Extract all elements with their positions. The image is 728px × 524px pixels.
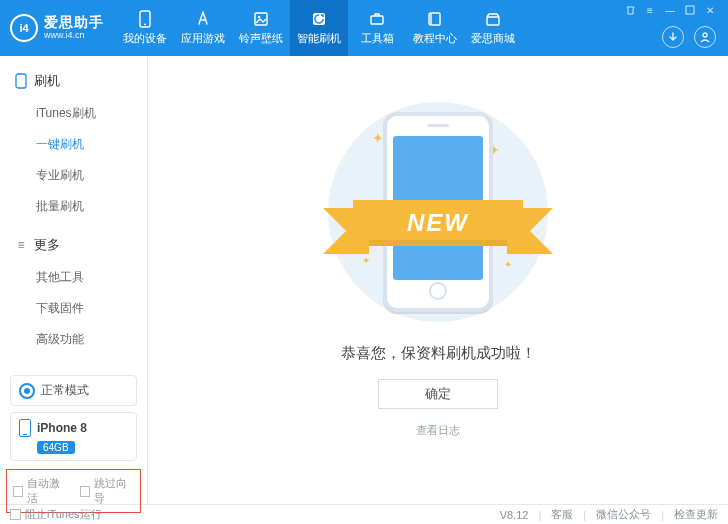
- status-right: V8.12 | 客服 | 微信公众号 | 检查更新: [500, 507, 718, 522]
- mode-label: 正常模式: [41, 382, 89, 399]
- sidebar: 刷机 iTunes刷机 一键刷机 专业刷机 批量刷机 ≡ 更多 其他工具 下载固…: [0, 56, 148, 504]
- svg-rect-5: [371, 16, 383, 24]
- device-phone-icon: [19, 419, 31, 437]
- tab-label: 工具箱: [361, 31, 394, 46]
- tab-label: 教程中心: [413, 31, 457, 46]
- sparkle-icon: ✦: [504, 259, 512, 270]
- toolbox-icon: [367, 10, 387, 28]
- sidebar-item-other-tools[interactable]: 其他工具: [0, 262, 147, 293]
- media-icon: [251, 10, 271, 28]
- app-logo: i4 爱思助手 www.i4.cn: [0, 0, 116, 56]
- svg-point-1: [144, 24, 146, 26]
- more-icon: ≡: [14, 238, 28, 252]
- success-text: 恭喜您，保资料刷机成功啦！: [341, 344, 536, 363]
- device-box[interactable]: iPhone 8 64GB: [10, 412, 137, 461]
- logo-text: 爱思助手 www.i4.cn: [44, 15, 104, 40]
- version-text: V8.12: [500, 509, 529, 521]
- close-icon[interactable]: ✕: [704, 4, 716, 16]
- sidebar-section-title: 更多: [34, 236, 60, 254]
- sidebar-section-more: ≡ 更多: [0, 230, 147, 260]
- main-panel: ✦ ✦ ✦ ✦ NEW 恭喜您，保资料刷机成功啦！ 确定 查看日志: [148, 56, 728, 504]
- tab-label: 爱思商城: [471, 31, 515, 46]
- link-support[interactable]: 客服: [551, 507, 573, 522]
- window-controls: ≡ ― ✕: [624, 0, 718, 16]
- checkbox-block-itunes[interactable]: 阻止iTunes运行: [10, 507, 102, 522]
- logo-badge-icon: i4: [10, 14, 38, 42]
- book-icon: [425, 10, 445, 28]
- svg-point-9: [703, 33, 707, 37]
- svg-rect-10: [16, 74, 26, 88]
- maximize-icon[interactable]: [684, 4, 696, 16]
- checkbox-icon: [13, 486, 23, 497]
- success-illustration: ✦ ✦ ✦ ✦ NEW: [328, 102, 548, 322]
- app-title: 爱思助手: [44, 15, 104, 30]
- tab-label: 智能刷机: [297, 31, 341, 46]
- separator: |: [661, 509, 664, 521]
- ribbon-text: NEW: [353, 200, 523, 246]
- menu-icon[interactable]: ≡: [644, 4, 656, 16]
- sidebar-section-flash: 刷机: [0, 66, 147, 96]
- separator: |: [583, 509, 586, 521]
- device-name: iPhone 8: [37, 421, 87, 435]
- sidebar-item-batch-flash[interactable]: 批量刷机: [0, 191, 147, 222]
- sidebar-item-oneclick-flash[interactable]: 一键刷机: [0, 129, 147, 160]
- shop-icon: [483, 10, 503, 28]
- user-icon[interactable]: [694, 26, 716, 48]
- sidebar-item-download-firmware[interactable]: 下载固件: [0, 293, 147, 324]
- tab-toolbox[interactable]: 工具箱: [348, 0, 406, 56]
- phone-outline-icon: [14, 74, 28, 88]
- phone-icon: [135, 10, 155, 28]
- minimize-icon[interactable]: ―: [664, 4, 676, 16]
- flash-icon: [309, 10, 329, 28]
- tab-label: 应用游戏: [181, 31, 225, 46]
- link-wechat[interactable]: 微信公众号: [596, 507, 651, 522]
- skin-icon[interactable]: [624, 4, 636, 16]
- sidebar-scroll: 刷机 iTunes刷机 一键刷机 专业刷机 批量刷机 ≡ 更多 其他工具 下载固…: [0, 56, 147, 369]
- sidebar-item-itunes-flash[interactable]: iTunes刷机: [0, 98, 147, 129]
- download-icon[interactable]: [662, 26, 684, 48]
- body: 刷机 iTunes刷机 一键刷机 专业刷机 批量刷机 ≡ 更多 其他工具 下载固…: [0, 56, 728, 504]
- sidebar-item-pro-flash[interactable]: 专业刷机: [0, 160, 147, 191]
- ribbon: NEW: [353, 200, 523, 246]
- separator: |: [538, 509, 541, 521]
- checkbox-label: 阻止iTunes运行: [25, 507, 102, 522]
- checkbox-icon: [80, 486, 90, 497]
- header-actions: ≡ ― ✕: [624, 0, 718, 56]
- svg-rect-7: [487, 17, 499, 25]
- checkbox-label: 跳过向导: [94, 476, 134, 506]
- device-storage-badge: 64GB: [37, 441, 75, 454]
- checkbox-auto-activate[interactable]: 自动激活: [13, 476, 68, 506]
- tab-label: 铃声壁纸: [239, 31, 283, 46]
- tab-flash[interactable]: 智能刷机: [290, 0, 348, 56]
- ok-button[interactable]: 确定: [378, 379, 498, 409]
- header-round-buttons: [662, 26, 718, 56]
- checkbox-icon: [10, 509, 21, 520]
- app-subtitle: www.i4.cn: [44, 31, 104, 41]
- tab-label: 我的设备: [123, 31, 167, 46]
- header-tabs: 我的设备 应用游戏 铃声壁纸 智能刷机 工具箱 教程中心 爱思商城: [116, 0, 522, 56]
- status-left: 阻止iTunes运行: [10, 507, 102, 522]
- device-name-row: iPhone 8: [19, 419, 128, 437]
- link-check-update[interactable]: 检查更新: [674, 507, 718, 522]
- svg-point-3: [258, 16, 260, 18]
- tab-my-device[interactable]: 我的设备: [116, 0, 174, 56]
- app-header: i4 爱思助手 www.i4.cn 我的设备 应用游戏 铃声壁纸 智能刷机 工具…: [0, 0, 728, 56]
- tab-apps[interactable]: 应用游戏: [174, 0, 232, 56]
- view-log-link[interactable]: 查看日志: [416, 423, 460, 438]
- apps-icon: [193, 10, 213, 28]
- sidebar-items-flash: iTunes刷机 一键刷机 专业刷机 批量刷机: [0, 96, 147, 230]
- checkbox-skip-guide[interactable]: 跳过向导: [80, 476, 135, 506]
- mode-box[interactable]: 正常模式: [10, 375, 137, 406]
- tab-shop[interactable]: 爱思商城: [464, 0, 522, 56]
- sidebar-item-advanced[interactable]: 高级功能: [0, 324, 147, 355]
- sidebar-section-title: 刷机: [34, 72, 60, 90]
- tab-media[interactable]: 铃声壁纸: [232, 0, 290, 56]
- sidebar-items-more: 其他工具 下载固件 高级功能: [0, 260, 147, 363]
- svg-rect-8: [686, 6, 694, 14]
- sparkle-icon: ✦: [362, 255, 370, 266]
- mode-icon: [19, 383, 35, 399]
- svg-rect-6: [431, 13, 440, 25]
- tab-tutorials[interactable]: 教程中心: [406, 0, 464, 56]
- checkbox-label: 自动激活: [27, 476, 67, 506]
